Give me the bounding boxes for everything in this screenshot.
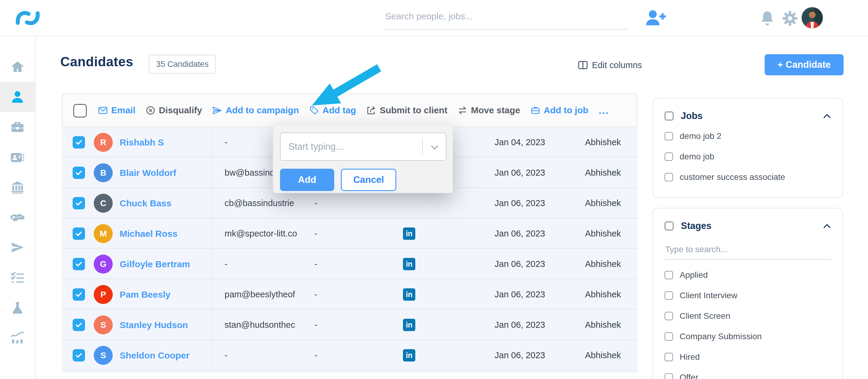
- add-button[interactable]: Add: [280, 169, 334, 191]
- settings-gear-icon[interactable]: [781, 10, 799, 27]
- linkedin-icon[interactable]: in: [403, 288, 415, 301]
- candidate-name-link[interactable]: Pam Beesly: [120, 279, 170, 310]
- row-checkbox[interactable]: [73, 197, 85, 210]
- linkedin-icon[interactable]: in: [403, 349, 415, 361]
- sidebar-item-campaigns[interactable]: [0, 232, 35, 263]
- filter-item-checkbox[interactable]: [664, 153, 673, 161]
- email-action[interactable]: Email: [98, 105, 135, 116]
- candidate-email: stan@hudsonthec: [224, 310, 295, 340]
- candidate-phone: -: [314, 218, 317, 249]
- candidate-phone: -: [314, 249, 317, 279]
- edit-columns-button[interactable]: Edit columns: [578, 60, 642, 70]
- tag-input[interactable]: [281, 133, 413, 160]
- bank-icon: [10, 180, 25, 195]
- app-logo-icon[interactable]: [13, 5, 42, 31]
- table-row-partial: [62, 371, 638, 373]
- sidebar-item-contacts[interactable]: [0, 142, 35, 172]
- candidate-owner: Abhishek: [585, 188, 621, 218]
- sidebar-item-deals[interactable]: [0, 202, 35, 232]
- filter-item[interactable]: customer success associate: [664, 167, 785, 187]
- add-to-job-action[interactable]: Add to job: [530, 105, 588, 116]
- filter-item-checkbox[interactable]: [664, 291, 673, 300]
- sidebar-item-home[interactable]: [0, 52, 35, 82]
- sidebar-item-companies[interactable]: [0, 172, 35, 202]
- filter-item[interactable]: Client Interview: [664, 285, 737, 306]
- candidate-email: mk@spector-litt.co: [224, 218, 297, 249]
- search-input[interactable]: [383, 6, 628, 30]
- jobs-select-all-checkbox[interactable]: [664, 112, 674, 121]
- linkedin-icon[interactable]: in: [403, 227, 415, 240]
- row-checkbox[interactable]: [73, 288, 85, 301]
- candidate-phone: -: [314, 340, 317, 371]
- filter-item[interactable]: Hired: [664, 347, 700, 367]
- add-to-campaign-action[interactable]: Add to campaign: [212, 105, 299, 116]
- linkedin-icon[interactable]: in: [403, 319, 415, 331]
- filter-item[interactable]: Offer: [664, 367, 698, 379]
- add-candidate-button[interactable]: + Candidate: [765, 54, 844, 75]
- move-stage-label: Move stage: [471, 105, 520, 116]
- sidebar-item-candidates[interactable]: [0, 82, 35, 112]
- stages-select-all-checkbox[interactable]: [664, 221, 674, 230]
- page-title: Candidates: [60, 54, 133, 69]
- disqualify-action[interactable]: Disqualify: [146, 105, 202, 116]
- submit-to-client-label: Submit to client: [379, 105, 447, 116]
- filter-item[interactable]: Company Submission: [664, 326, 762, 347]
- row-checkbox[interactable]: [73, 227, 85, 240]
- select-all-checkbox[interactable]: [73, 104, 87, 118]
- cancel-button[interactable]: Cancel: [341, 169, 396, 191]
- columns-icon: [578, 60, 588, 70]
- candidate-name-link[interactable]: Stanley Hudson: [120, 310, 188, 340]
- candidate-name-link[interactable]: Sheldon Cooper: [120, 340, 190, 371]
- check-icon: [75, 138, 83, 147]
- filter-item-checkbox[interactable]: [664, 312, 673, 320]
- analytics-chart-icon: [10, 331, 25, 345]
- filter-item[interactable]: demo job 2: [664, 126, 721, 147]
- candidate-name-link[interactable]: Rishabh S: [120, 127, 164, 158]
- row-checkbox[interactable]: [73, 167, 85, 179]
- sidebar-item-tasks[interactable]: [0, 263, 35, 293]
- candidate-name-link[interactable]: Gilfoyle Bertram: [120, 249, 190, 279]
- filter-item-label: demo job: [680, 152, 714, 161]
- row-checkbox[interactable]: [73, 136, 85, 149]
- candidate-owner: Abhishek: [585, 127, 621, 158]
- stages-search-input[interactable]: [665, 240, 832, 260]
- sidebar-item-jobs[interactable]: [0, 112, 35, 142]
- candidate-name-link[interactable]: Michael Ross: [120, 218, 178, 249]
- add-tag-action[interactable]: Add tag: [309, 105, 356, 116]
- filter-item-checkbox[interactable]: [664, 373, 673, 379]
- submit-to-client-action[interactable]: Submit to client: [366, 105, 447, 116]
- row-checkbox[interactable]: [73, 349, 85, 361]
- sidebar-item-placements[interactable]: [0, 293, 35, 323]
- candidate-name-link[interactable]: Blair Woldorf: [120, 158, 176, 188]
- briefcase-icon: [10, 120, 25, 134]
- notifications-bell-icon[interactable]: [760, 10, 775, 27]
- filter-item[interactable]: demo job: [664, 147, 714, 167]
- row-checkbox[interactable]: [73, 258, 85, 270]
- column-divider: [212, 279, 213, 309]
- jobs-collapse-chevron-icon[interactable]: [823, 112, 832, 121]
- row-checkbox[interactable]: [73, 319, 85, 331]
- add-tag-label: Add tag: [322, 105, 356, 116]
- user-avatar[interactable]: [801, 7, 824, 29]
- filter-item[interactable]: Client Screen: [664, 306, 730, 326]
- filter-item-checkbox[interactable]: [664, 132, 673, 140]
- more-actions-button[interactable]: ...: [598, 104, 609, 116]
- column-divider: [212, 158, 213, 187]
- filter-item-checkbox[interactable]: [664, 332, 673, 341]
- paper-plane-icon: [10, 241, 25, 255]
- chevron-down-icon[interactable]: [430, 143, 439, 152]
- linkedin-icon[interactable]: in: [403, 258, 415, 270]
- filter-item-checkbox[interactable]: [664, 271, 673, 279]
- avatar: G: [94, 255, 113, 274]
- filter-item-checkbox[interactable]: [664, 173, 673, 181]
- filter-item-checkbox[interactable]: [664, 353, 673, 361]
- stages-collapse-chevron-icon[interactable]: [823, 222, 832, 231]
- column-divider: [212, 340, 213, 370]
- filter-item[interactable]: Applied: [664, 265, 708, 285]
- candidate-name-link[interactable]: Chuck Bass: [120, 188, 172, 218]
- candidate-owner: Abhishek: [585, 158, 621, 188]
- sidebar-item-reports[interactable]: [0, 323, 35, 353]
- move-stage-action[interactable]: Move stage: [458, 105, 520, 116]
- sidebar-nav: [0, 36, 36, 379]
- add-user-icon[interactable]: [644, 7, 666, 30]
